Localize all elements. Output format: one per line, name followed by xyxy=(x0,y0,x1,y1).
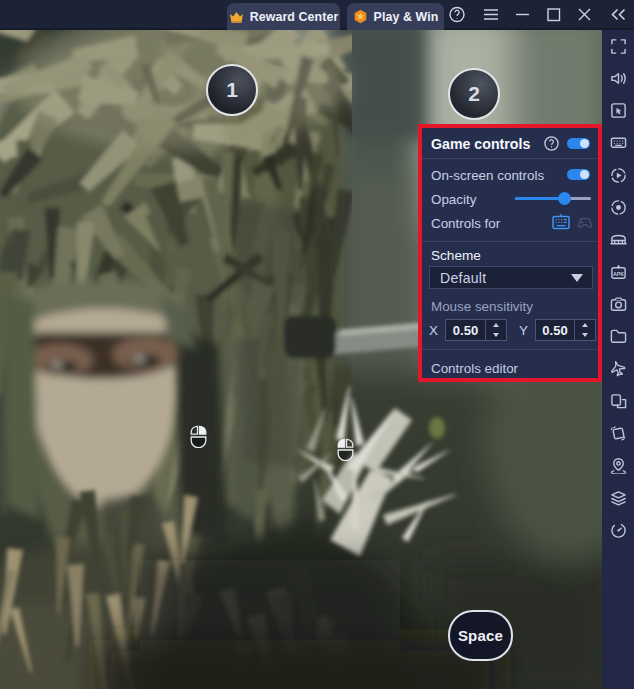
svg-text:APK: APK xyxy=(612,270,623,276)
